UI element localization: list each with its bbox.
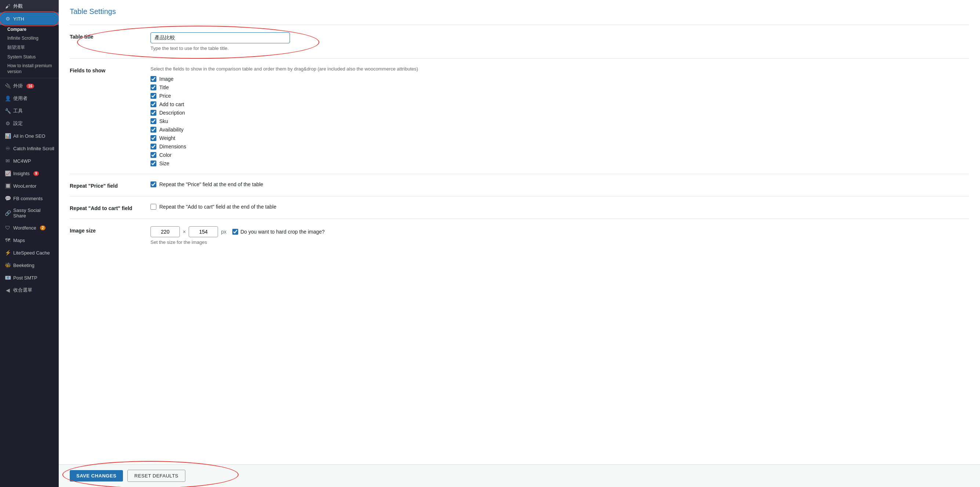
image-width-input[interactable]: [151, 226, 180, 237]
sidebar-item-beeketing[interactable]: 🐝 Beeketing: [0, 259, 59, 271]
sidebar-item-settings[interactable]: ⚙ 設定: [0, 117, 59, 129]
image-height-input[interactable]: [189, 226, 218, 237]
beeketing-icon: 🐝: [5, 262, 11, 268]
field-dimensions[interactable]: Dimensions: [151, 144, 969, 150]
save-button[interactable]: SAVE CHANGES: [70, 470, 123, 482]
sidebar-item-mc4wp[interactable]: ✉ MC4WP: [0, 155, 59, 167]
table-title-hint: Type the text to use for the table title…: [151, 46, 969, 51]
fields-label: Fields to show: [70, 66, 151, 73]
fields-to-show-row: Fields to show Select the fields to show…: [70, 58, 969, 174]
field-description[interactable]: Description: [151, 110, 969, 116]
field-sku[interactable]: Sku: [151, 118, 969, 124]
maps-icon: 🗺: [5, 237, 11, 244]
smtp-icon: 📧: [5, 275, 11, 281]
repeat-cart-text: Repeat the "Add to cart" field at the en…: [159, 204, 276, 210]
sidebar-item-sassy-social-share[interactable]: 🔗 Sassy Social Share: [0, 204, 59, 222]
sidebar-sub-compare[interactable]: Compare: [0, 25, 59, 34]
field-cart-label: Add to cart: [159, 101, 184, 107]
size-x-symbol: ×: [183, 229, 186, 235]
sidebar-sub-infinite-scrolling[interactable]: Infinite Scrolling: [0, 34, 59, 43]
field-desc-checkbox[interactable]: [151, 110, 156, 116]
image-size-control: × px Do you want to hard crop the image?…: [151, 226, 969, 245]
fields-checkbox-list: Image Title Price Add to cart: [151, 76, 969, 166]
table-title-input[interactable]: [151, 32, 290, 43]
field-sku-checkbox[interactable]: [151, 118, 156, 124]
sidebar-sub-system-status[interactable]: System Status: [0, 53, 59, 61]
field-avail-checkbox[interactable]: [151, 127, 156, 133]
field-title-label: Title: [159, 85, 169, 90]
page-title: Table Settings: [70, 7, 969, 16]
field-title[interactable]: Title: [151, 85, 969, 90]
wordfence-badge: 2: [40, 225, 46, 230]
sidebar-item-yith[interactable]: ⚙ YITH: [0, 13, 59, 25]
sidebar-item-catch-infinite-scroll[interactable]: ♾ Catch Infinite Scroll: [0, 142, 59, 155]
footer-bar: SAVE CHANGES RESET DEFAULTS: [59, 464, 980, 487]
field-weight-checkbox[interactable]: [151, 135, 156, 141]
plugins-badge: 16: [26, 84, 34, 88]
image-size-hint: Set the size for the images: [151, 240, 969, 245]
sidebar-item-collapse[interactable]: ◀ 收合選單: [0, 284, 59, 296]
field-color-checkbox[interactable]: [151, 152, 156, 158]
repeat-price-text: Repeat the "Price" field at the end of t…: [159, 181, 263, 187]
sidebar-item-all-in-one-seo[interactable]: 📊 All in One SEO: [0, 129, 59, 142]
image-size-inputs: × px Do you want to hard crop the image?: [151, 226, 969, 237]
field-price[interactable]: Price: [151, 93, 969, 99]
plugins-icon: 🔌: [5, 83, 11, 89]
field-size[interactable]: Size: [151, 161, 969, 166]
field-title-checkbox[interactable]: [151, 85, 156, 90]
sidebar-item-maps[interactable]: 🗺 Maps: [0, 234, 59, 246]
sidebar-item-post-smtp[interactable]: 📧 Post SMTP: [0, 271, 59, 284]
fields-control: Select the fields to show in the compari…: [151, 66, 969, 166]
field-cart-checkbox[interactable]: [151, 101, 156, 107]
content-area: Table Settings Table title Type the text…: [59, 0, 980, 464]
field-dim-checkbox[interactable]: [151, 144, 156, 150]
repeat-price-label: Repeat "Price" field: [70, 181, 151, 189]
sidebar-sub-wishlist[interactable]: 願望清單: [0, 43, 59, 53]
sidebar-item-wordfence[interactable]: 🛡 Wordfence 2: [0, 222, 59, 234]
hard-crop-label[interactable]: Do you want to hard crop the image?: [232, 229, 325, 235]
sidebar-item-tools[interactable]: 🔧 工具: [0, 105, 59, 117]
field-add-to-cart[interactable]: Add to cart: [151, 101, 969, 107]
seo-icon: 📊: [5, 133, 11, 139]
insights-icon: 📈: [5, 170, 11, 177]
sidebar: 🖌 外觀 ⚙ YITH Compare Infinite Scrolling 願…: [0, 0, 59, 487]
field-size-label: Size: [159, 161, 169, 166]
field-weight-label: Weight: [159, 135, 175, 141]
sidebar-item-fb-comments[interactable]: 💬 FB comments: [0, 192, 59, 204]
repeat-price-checkbox[interactable]: [151, 181, 156, 187]
table-title-control: Type the text to use for the table title…: [151, 32, 969, 51]
sidebar-item-users[interactable]: 👤 使用者: [0, 92, 59, 105]
table-title-row: Table title Type the text to use for the…: [70, 25, 969, 58]
repeat-price-check-row: Repeat the "Price" field at the end of t…: [151, 181, 969, 187]
table-title-label: Table title: [70, 32, 151, 40]
sidebar-sub-how-to-install[interactable]: How to install premium version: [0, 61, 59, 77]
mc4wp-icon: ✉: [5, 158, 11, 164]
field-availability[interactable]: Availability: [151, 127, 969, 133]
sidebar-item-woolentor[interactable]: 🔲 WooLentor: [0, 180, 59, 192]
users-icon: 👤: [5, 95, 11, 102]
catch-icon: ♾: [5, 145, 11, 152]
sidebar-item-appearance[interactable]: 🖌 外觀: [0, 0, 59, 13]
wordfence-icon: 🛡: [5, 224, 11, 231]
field-weight[interactable]: Weight: [151, 135, 969, 141]
field-dim-label: Dimensions: [159, 144, 186, 150]
sidebar-item-外掛[interactable]: 🔌 外掛 16: [0, 80, 59, 92]
hard-crop-checkbox[interactable]: [232, 229, 238, 235]
field-color[interactable]: Color: [151, 152, 969, 158]
field-size-checkbox[interactable]: [151, 161, 156, 166]
sidebar-item-insights[interactable]: 📈 Insights 9: [0, 167, 59, 180]
collapse-icon: ◀: [5, 287, 11, 294]
repeat-cart-row: Repeat "Add to cart" field Repeat the "A…: [70, 196, 969, 219]
main-content: Table Settings Table title Type the text…: [59, 0, 980, 487]
sidebar-item-litespeed[interactable]: ⚡ LiteSpeed Cache: [0, 246, 59, 259]
field-image[interactable]: Image: [151, 76, 969, 82]
field-image-label: Image: [159, 76, 173, 82]
tools-icon: 🔧: [5, 108, 11, 114]
insights-badge: 9: [33, 171, 39, 176]
reset-button[interactable]: RESET DEFAULTS: [127, 470, 185, 482]
repeat-cart-checkbox[interactable]: [151, 204, 156, 210]
field-color-label: Color: [159, 152, 172, 158]
field-price-checkbox[interactable]: [151, 93, 156, 99]
field-image-checkbox[interactable]: [151, 76, 156, 82]
repeat-price-control: Repeat the "Price" field at the end of t…: [151, 181, 969, 187]
